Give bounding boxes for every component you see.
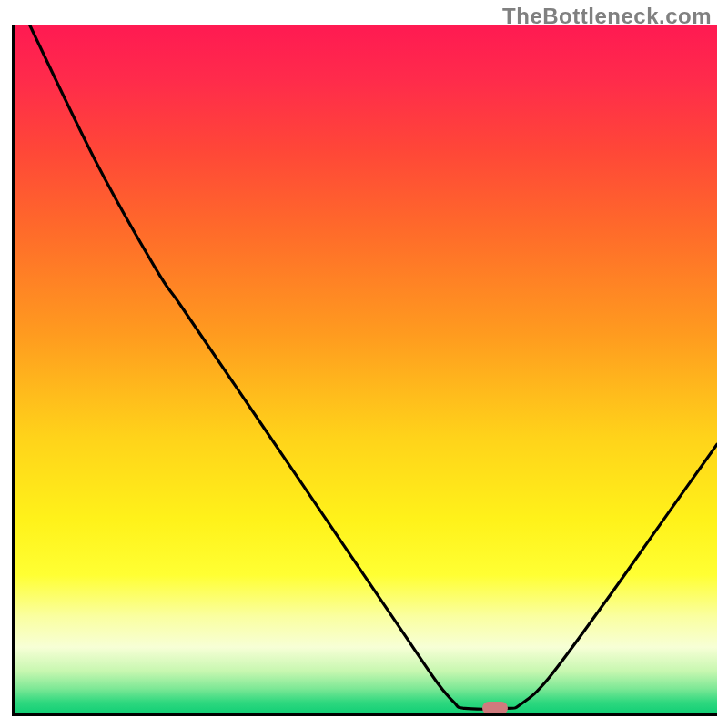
axes-frame: [12, 25, 717, 716]
chart-container: TheBottleneck.com: [0, 0, 728, 728]
